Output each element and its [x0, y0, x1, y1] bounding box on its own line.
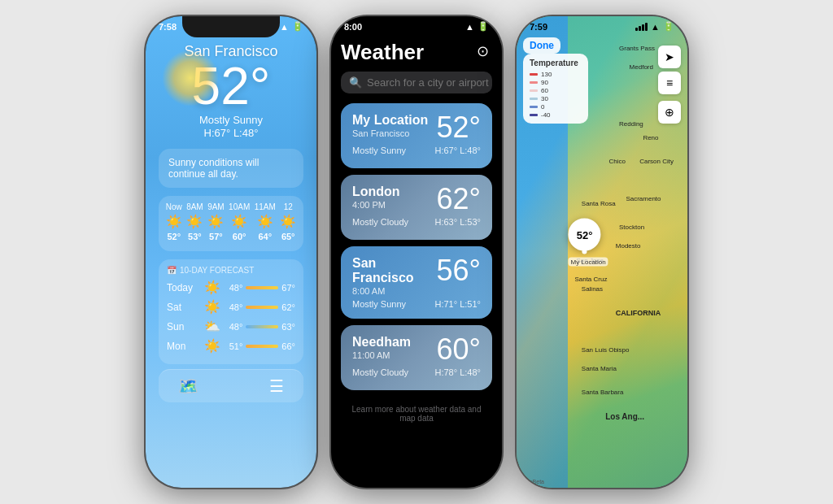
calendar-icon: 📅	[167, 266, 177, 275]
location-pin: 52° My Location	[569, 219, 608, 267]
battery-icon: 🔋	[478, 21, 489, 32]
temp-bar	[246, 286, 278, 289]
temp-bar	[246, 306, 278, 309]
city-name-london: London	[352, 185, 400, 199]
city-hilo-needham: H:78° L:48°	[435, 367, 482, 377]
legend-item-30: 30	[530, 95, 582, 102]
legend-item-60: 60	[530, 87, 582, 94]
forecast-row-sat: Sat ☀️ 48° 62°	[167, 299, 295, 315]
map-label-santa-cruz: Santa Cruz	[574, 276, 607, 283]
hi-lo-temps: H:67° L:48°	[159, 127, 303, 139]
legend-color-cool	[530, 98, 538, 100]
legend-color-hot	[530, 73, 538, 76]
hourly-item-8am: 8AM ☀️ 53°	[186, 202, 203, 241]
hourly-forecast[interactable]: Now ☀️ 52° 8AM ☀️ 53° 9AM ☀️ 57°	[159, 196, 303, 251]
weather-detail-panel: San Francisco 52° Mostly Sunny H:67° L:4…	[146, 33, 316, 488]
temperature-legend-card: Temperature 130 90 60	[523, 54, 588, 124]
forecast-row-sun: Sun ⛅ 48° 63°	[167, 319, 295, 334]
forecast-row-today: Today ☀️ 48° 67°	[167, 280, 295, 295]
legend-color-mild	[530, 89, 538, 92]
wifi-icon: ▲	[280, 22, 289, 32]
city-list-title: Weather	[341, 40, 492, 65]
city-condition-my-location: Mostly Sunny	[352, 146, 406, 155]
city-time-sf: 8:00 AM	[352, 286, 437, 296]
city-hilo-sf: H:71° L:51°	[435, 299, 482, 309]
phone-city-list: 8:00 ▲ 🔋 ⊙ Weather 🔍 🎤 My Loc	[331, 16, 502, 488]
weather-data-link[interactable]: weather data	[418, 405, 465, 414]
legend-item-130: 130	[530, 71, 582, 78]
map-label-chico: Chico	[608, 158, 625, 165]
legend-color-cold	[530, 106, 538, 108]
legend-item-90: 90	[530, 79, 582, 86]
phone-map-view: 7:59 ▲ 🔋 Grants Pass Medford Redding Ren…	[517, 16, 687, 488]
map-label-sacramento: Sacramento	[626, 195, 661, 202]
city-name-sf: San Francisco	[352, 256, 437, 285]
map-label-modesto: Modesto	[616, 242, 641, 250]
wifi-icon: ▲	[465, 22, 474, 32]
search-input[interactable]	[367, 76, 502, 89]
city-name-needham: Needham	[352, 335, 411, 350]
location-button[interactable]: ➤	[658, 46, 681, 68]
city-condition-needham: Mostly Cloudy	[352, 367, 408, 377]
hourly-item-10am: 10AM ☀️ 60°	[229, 202, 250, 241]
location-temperature: 52°	[577, 228, 593, 241]
status-time-phone1: 7:58	[159, 22, 177, 32]
map-top-bar: Done	[523, 37, 652, 54]
hourly-row: Now ☀️ 52° 8AM ☀️ 53° 9AM ☀️ 57°	[164, 202, 299, 241]
temperature-legend: 130 90 60 30	[530, 71, 582, 119]
map-label-medford: Medford	[630, 63, 653, 71]
map-data-link[interactable]: map data	[399, 414, 434, 423]
map-toolbar: ➤ ≡ ⊕	[658, 46, 681, 124]
more-options-button[interactable]: ⊙	[477, 42, 489, 60]
city-temp-my-location: 52°	[437, 113, 481, 142]
weather-description: Sunny conditions will continue all day.	[159, 149, 303, 188]
city-temp-london: 62°	[437, 185, 481, 214]
city-card-my-location[interactable]: My Location San Francisco 52° Mostly Sun…	[341, 103, 492, 168]
status-time-phone3: 7:59	[530, 22, 547, 32]
weather-condition: Mostly Sunny	[159, 114, 303, 126]
city-time-needham: 11:00 AM	[352, 350, 411, 360]
notch	[182, 16, 280, 37]
status-time-phone2: 8:00	[344, 22, 362, 32]
search-bar[interactable]: 🔍 🎤	[341, 72, 492, 93]
forecast-section: 📅 10-DAY FORECAST Today ☀️ 48° 67° Sat ☀…	[159, 259, 303, 364]
city-condition-sf: Mostly Sunny	[352, 299, 406, 309]
map-label-salinas: Salinas	[582, 285, 603, 293]
hourly-item-11am: 11AM ☀️ 64°	[255, 202, 276, 241]
map-label-santa-maria: Santa Maria	[582, 365, 617, 372]
map-label-reno: Reno	[643, 134, 658, 141]
hourly-item-now: Now ☀️ 52°	[166, 202, 182, 241]
temp-bar	[246, 345, 278, 348]
notch	[368, 16, 465, 37]
sun-glow	[162, 50, 219, 106]
battery-icon: 🔋	[663, 21, 674, 32]
city-hilo-my-location: H:67° L:48°	[435, 146, 482, 155]
hourly-item-9am: 9AM ☀️ 57°	[207, 202, 225, 241]
layers-button[interactable]: ⊕	[658, 101, 681, 124]
map-icon[interactable]: 🗺️	[178, 376, 198, 396]
city-list-panel: Weather 🔍 🎤 My Location San Francisco 52…	[331, 40, 502, 431]
map-label-san-luis: San Luis Obispo	[582, 346, 630, 354]
legend-color-warm	[530, 81, 538, 84]
city-temp-sf: 56°	[437, 256, 481, 285]
phone-weather-detail: 7:58 ▲ 🔋 San Francisco 52° Mostly Sunny …	[146, 16, 316, 488]
city-condition-london: Mostly Cloudy	[352, 217, 408, 227]
legend-item-0: 0	[530, 103, 582, 111]
location-temp-bubble: 52°	[569, 219, 601, 251]
city-card-london[interactable]: London 4:00 PM 62° Mostly Cloudy H:63° L…	[341, 175, 492, 240]
map-container[interactable]: Grants Pass Medford Redding Reno Carson …	[517, 16, 687, 488]
hourly-item-12pm: 12 ☀️ 65°	[280, 202, 296, 241]
map-label-california: CALIFORNIA	[616, 309, 661, 317]
done-button[interactable]: Done	[523, 37, 560, 54]
city-list-footer: Learn more about weather data and map da…	[341, 397, 492, 431]
city-card-san-francisco[interactable]: San Francisco 8:00 AM 56° Mostly Sunny H…	[341, 246, 492, 319]
city-time-london: 4:00 PM	[352, 200, 400, 210]
bottom-toolbar: 🗺️ ☰	[159, 369, 303, 402]
map-label-santa-barbara: Santa Barbara	[582, 389, 624, 396]
city-card-needham[interactable]: Needham 11:00 AM 60° Mostly Cloudy H:78°…	[341, 325, 492, 390]
list-view-button[interactable]: ≡	[658, 72, 681, 94]
forecast-row-mon: Mon ☀️ 51° 66°	[167, 338, 295, 354]
list-icon[interactable]: ☰	[269, 376, 284, 396]
forecast-header: 📅 10-DAY FORECAST	[167, 266, 295, 275]
city-sublabel-my-location: San Francisco	[352, 128, 428, 138]
